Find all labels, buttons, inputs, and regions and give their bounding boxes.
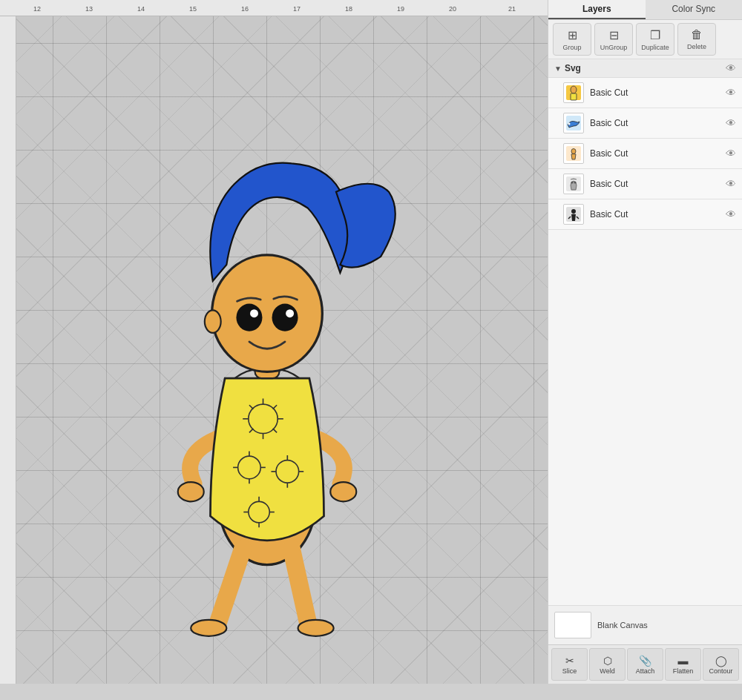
attach-button[interactable]: 📎 Attach [627,648,663,681]
layer-name-2: Basic Cut [590,118,726,128]
layer-row-1[interactable]: Basic Cut 👁 [548,78,742,108]
slice-icon: ✂ [565,655,574,667]
ungroup-icon: ⊟ [609,28,619,42]
layer-eye-4[interactable]: 👁 [726,178,736,190]
svg-point-42 [568,123,571,125]
duplicate-label: Duplicate [641,44,669,51]
svg-point-5 [178,482,204,501]
weld-icon: ⬡ [603,655,612,667]
svg-group-row[interactable]: ▼ Svg 👁 [548,59,742,78]
svg-point-35 [250,309,258,317]
svg-line-1 [218,549,243,621]
group-button[interactable]: ⊞ Group [553,23,591,56]
blank-canvas-label: Blank Canvas [597,621,648,630]
layer-eye-3[interactable]: 👁 [726,148,736,159]
flatten-icon: ▬ [678,655,689,667]
svg-point-39 [571,86,577,93]
toggle-arrow: ▼ [554,65,562,73]
delete-button[interactable]: 🗑 Delete [677,23,716,56]
tab-bar: Layers Color Sync [548,0,742,20]
svg-point-6 [330,482,356,501]
delete-label: Delete [687,43,706,50]
ruler-label-21: 21 [508,5,516,13]
svg-point-3 [191,620,226,636]
ruler-label-20: 20 [449,5,456,13]
slice-button[interactable]: ✂ Slice [551,648,588,681]
svg-eye-icon[interactable]: 👁 [726,62,736,74]
flatten-label: Flatten [673,667,694,675]
ungroup-button[interactable]: ⊟ UnGroup [594,23,633,56]
svg-point-33 [236,304,262,331]
svg-point-37 [205,310,221,333]
svg-point-34 [272,304,298,331]
svg-rect-40 [571,93,577,100]
layer-row-4[interactable]: Basic Cut 👁 [548,169,742,199]
layer-thumb-4 [563,174,584,194]
layer-eye-1[interactable]: 👁 [726,87,736,99]
layer-row-2[interactable]: Basic Cut 👁 [548,108,742,139]
svg-point-46 [571,182,574,184]
ruler-label-17: 17 [293,5,301,13]
group-label: Group [562,44,581,51]
layer-name-4: Basic Cut [590,179,726,189]
layer-eye-5[interactable]: 👁 [726,208,736,220]
svg-point-36 [286,309,294,317]
weld-label: Weld [600,667,614,675]
svg-point-44 [571,149,576,154]
bottom-action-bar: ✂ Slice ⬡ Weld 📎 Attach ▬ Flatten ◯ Cont… [548,644,742,684]
tab-color-sync[interactable]: Color Sync [646,0,743,19]
ruler-label-18: 18 [345,5,352,13]
layer-thumb-1 [563,82,584,103]
ruler-label-16: 16 [241,5,249,13]
svg-point-4 [298,620,334,636]
right-panel: Layers Color Sync ⊞ Group ⊟ UnGroup ❐ Du… [548,0,742,684]
delete-icon: 🗑 [691,28,703,42]
ruler-label-15: 15 [189,5,197,13]
svg-point-32 [212,255,323,372]
layer-row-3[interactable]: Basic Cut 👁 [548,139,742,169]
layer-thumb-5 [563,204,584,225]
duplicate-button[interactable]: ❐ Duplicate [636,23,674,56]
layer-name-3: Basic Cut [590,148,726,159]
svg-point-47 [574,182,577,184]
ruler-horizontal: 12 13 14 15 16 17 18 19 20 21 [0,0,548,16]
layer-thumb-2 [563,113,584,133]
layers-tree[interactable]: ▼ Svg 👁 Basic Cut 👁 [548,59,742,605]
canvas-area[interactable]: 12 13 14 15 16 17 18 19 20 21 [0,0,548,684]
ruler-label-12: 12 [33,5,41,13]
slice-label: Slice [562,667,577,675]
layer-eye-2[interactable]: 👁 [726,117,736,129]
ruler-vertical [0,16,16,684]
weld-button[interactable]: ⬡ Weld [589,648,626,681]
ruler-label-19: 19 [397,5,404,13]
attach-icon: 📎 [639,655,651,667]
group-icon: ⊞ [568,28,577,42]
layer-name-5: Basic Cut [590,209,726,219]
toolbar-row: ⊞ Group ⊟ UnGroup ❐ Duplicate 🗑 Delete [548,20,742,59]
ungroup-label: UnGroup [600,44,628,51]
layer-thumb-3 [563,143,584,164]
blank-canvas-row: Blank Canvas [548,605,742,644]
flatten-button[interactable]: ▬ Flatten [665,648,701,681]
duplicate-icon: ❐ [650,28,660,42]
svg-point-49 [571,209,576,214]
contour-icon: ◯ [715,655,727,667]
ruler-label-13: 13 [85,5,93,13]
layer-row-5[interactable]: Basic Cut 👁 [548,199,742,230]
blank-canvas-thumb [554,612,591,638]
contour-button[interactable]: ◯ Contour [703,648,739,681]
svg-group-label: Svg [565,63,726,73]
svg-line-2 [292,549,308,621]
ruler-label-14: 14 [137,5,145,13]
tab-layers[interactable]: Layers [548,0,646,19]
character-illustration [74,30,460,638]
layer-name-1: Basic Cut [590,88,726,98]
character-svg [74,30,460,638]
attach-label: Attach [636,667,655,675]
contour-label: Contour [709,667,732,675]
